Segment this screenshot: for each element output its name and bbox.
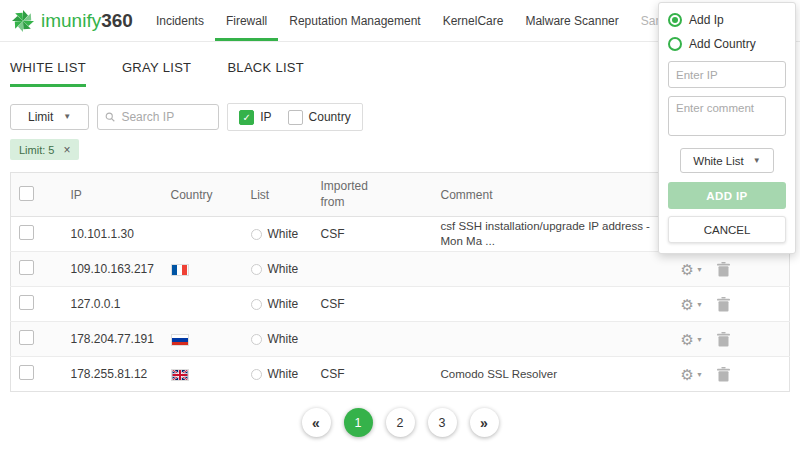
page-button-3[interactable]: 3: [428, 408, 457, 437]
list-cell: White: [243, 357, 313, 392]
table-row: 127.0.0.1WhiteCSF⚙▼: [11, 287, 790, 322]
col-header-imported-from: Imported from: [313, 173, 433, 217]
list-select-label: White List: [693, 155, 744, 167]
ip-cell: 178.204.77.191: [63, 322, 163, 357]
gear-icon[interactable]: ⚙▼: [681, 262, 703, 277]
ip-cell: 127.0.0.1: [63, 287, 163, 322]
col-header-country: Country: [163, 173, 243, 217]
list-cell: White: [243, 252, 313, 287]
gear-icon[interactable]: ⚙▼: [681, 297, 703, 312]
ip-filter[interactable]: ✓ IP: [239, 110, 271, 125]
next-page-button[interactable]: »: [470, 408, 499, 437]
ip-cell: 10.101.1.30: [63, 217, 163, 252]
limit-button-label: Limit: [28, 110, 53, 124]
nav-item-incidents[interactable]: Incidents: [145, 0, 215, 41]
previous-page-button[interactable]: «: [302, 408, 331, 437]
list-cell: White: [243, 217, 313, 252]
imported-from-cell: [313, 252, 433, 287]
close-icon[interactable]: ×: [63, 144, 70, 156]
comment-cell: [433, 252, 673, 287]
list-radio-icon: [251, 264, 262, 275]
list-radio-icon: [251, 229, 262, 240]
trash-icon[interactable]: [717, 297, 730, 312]
limit-dropdown-button[interactable]: Limit ▼: [10, 104, 89, 130]
table-row: 178.255.81.12WhiteCSFComodo SSL Resolver…: [11, 357, 790, 392]
list-select-dropdown[interactable]: White List ▼: [680, 148, 773, 173]
country-cell: [163, 217, 243, 252]
flag-france-icon: [171, 264, 189, 276]
country-cell: [163, 322, 243, 357]
add-country-option[interactable]: Add Country: [668, 37, 786, 51]
imported-from-cell: [313, 322, 433, 357]
row-checkbox[interactable]: [19, 295, 34, 310]
row-checkbox[interactable]: [19, 330, 34, 345]
nav-item-malware-scanner[interactable]: Malware Scanner: [514, 0, 629, 41]
chip-label: Limit: 5: [19, 144, 54, 156]
ip-cell: 178.255.81.12: [63, 357, 163, 392]
add-ip-option[interactable]: Add Ip: [668, 13, 786, 27]
comment-cell: csf SSH installation/upgrade IP address …: [433, 217, 673, 252]
tab-white-list[interactable]: WHITE LIST: [10, 60, 86, 87]
gear-icon[interactable]: ⚙▼: [681, 367, 703, 382]
select-all-checkbox[interactable]: [19, 186, 34, 201]
comment-cell: [433, 287, 673, 322]
country-cell: [163, 252, 243, 287]
comment-cell: [433, 322, 673, 357]
table-row: 178.204.77.191White⚙▼: [11, 322, 790, 357]
imunify360-logo[interactable]: imunify360: [10, 8, 133, 34]
ip-cell: 109.10.163.217: [63, 252, 163, 287]
list-radio-icon: [251, 299, 262, 310]
enter-comment-textarea[interactable]: [668, 96, 786, 136]
search-box[interactable]: [97, 104, 219, 130]
add-country-radio[interactable]: [668, 37, 682, 51]
row-checkbox[interactable]: [19, 365, 34, 380]
tab-black-list[interactable]: BLACK LIST: [227, 60, 304, 87]
page-button-1[interactable]: 1: [344, 408, 373, 437]
col-header-comment: Comment: [433, 173, 673, 217]
search-icon: [105, 111, 115, 123]
chevron-down-icon: ▼: [63, 113, 71, 121]
trash-icon[interactable]: [717, 262, 730, 277]
add-ip-radio-label: Add Ip: [689, 13, 724, 27]
add-ip-radio[interactable]: [668, 13, 682, 27]
flag-uk-icon: [171, 369, 189, 381]
comment-cell: Comodo SSL Resolver: [433, 357, 673, 392]
country-filter[interactable]: Country: [288, 110, 351, 125]
search-input[interactable]: [121, 110, 211, 124]
search-filter-group: ✓ IP Country: [227, 103, 362, 131]
flag-russia-icon: [171, 334, 189, 346]
list-cell: White: [243, 287, 313, 322]
country-cell: [163, 287, 243, 322]
country-filter-label: Country: [309, 110, 351, 124]
cancel-button[interactable]: CANCEL: [668, 216, 786, 243]
ip-filter-label: IP: [260, 110, 271, 124]
add-ip-panel: Add Ip Add Country White List ▼ ADD IP C…: [658, 2, 796, 254]
limit-filter-chip: Limit: 5 ×: [10, 139, 79, 160]
row-checkbox[interactable]: [19, 225, 34, 240]
list-radio-icon: [251, 369, 262, 380]
gear-icon[interactable]: ⚙▼: [681, 332, 703, 347]
country-cell: [163, 357, 243, 392]
imported-from-cell: CSF: [313, 357, 433, 392]
country-filter-checkbox[interactable]: [288, 110, 303, 125]
table-row: 109.10.163.217White⚙▼: [11, 252, 790, 287]
ip-filter-checkbox[interactable]: ✓: [239, 110, 254, 125]
nav-item-reputation-management[interactable]: Reputation Management: [278, 0, 431, 41]
nav-item-firewall[interactable]: Firewall: [215, 0, 278, 41]
enter-ip-input[interactable]: [668, 61, 786, 88]
add-ip-button[interactable]: ADD IP: [668, 182, 786, 209]
col-header-ip: IP: [63, 173, 163, 217]
brand-name: imunify360: [41, 11, 133, 30]
trash-icon[interactable]: [717, 332, 730, 347]
col-header-list: List: [243, 173, 313, 217]
pagination: « 123 »: [0, 408, 800, 437]
tab-gray-list[interactable]: GRAY LIST: [122, 60, 191, 87]
nav-item-kernelcare[interactable]: KernelCare: [432, 0, 515, 41]
row-checkbox[interactable]: [19, 260, 34, 275]
page-button-2[interactable]: 2: [386, 408, 415, 437]
list-cell: White: [243, 322, 313, 357]
add-country-radio-label: Add Country: [689, 37, 756, 51]
chevron-down-icon: ▼: [753, 157, 761, 165]
trash-icon[interactable]: [717, 367, 730, 382]
imported-from-cell: CSF: [313, 287, 433, 322]
